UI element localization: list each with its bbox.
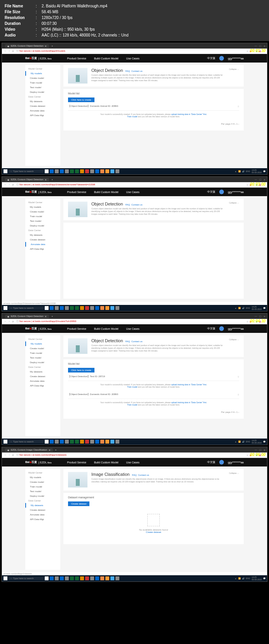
sidebar-item-dm[interactable]: Deploy model [25, 494, 60, 498]
pagination[interactable]: Per page 4 ▾ ‹ 1 › [68, 120, 239, 127]
model-list-item[interactable]: 【Object Detection】Domestic Animal ID: 20… [68, 390, 239, 399]
sidebar-item-tm[interactable]: Train model [25, 484, 60, 489]
star-icon[interactable]: ☆ [246, 454, 248, 456]
sidebar-item-api[interactable]: API Data Mgt [25, 113, 60, 118]
taskbar-app-4[interactable] [65, 169, 69, 173]
taskbar-app-3[interactable] [60, 576, 64, 580]
taskbar-app-7[interactable] [80, 576, 84, 580]
taskbar-app-0[interactable] [45, 440, 49, 444]
sidebar-item-md[interactable]: My datasets [25, 233, 60, 237]
maximize-icon[interactable]: ☐ [259, 315, 261, 318]
taskbar-app-3[interactable] [60, 306, 64, 310]
taskbar-app-10[interactable] [95, 306, 99, 310]
forward-icon[interactable]: → [8, 454, 10, 456]
forward-icon[interactable]: → [8, 50, 10, 52]
taskbar-app-11[interactable] [100, 440, 104, 444]
volume-icon[interactable]: 🔊 [242, 170, 245, 172]
close-icon[interactable]: ✕ [45, 315, 47, 318]
taskbar-app-1[interactable] [50, 306, 54, 310]
model-list-item[interactable]: 【Object Detection】Test ID: 28719≡ [68, 372, 239, 381]
sidebar-item-dm[interactable]: Deploy model [25, 360, 60, 365]
nav-language[interactable]: 中文版 [207, 56, 215, 60]
taskbar-app-11[interactable] [100, 576, 104, 580]
minimize-icon[interactable]: — [255, 178, 257, 181]
taskbar-app-1[interactable] [50, 440, 54, 444]
taskbar-app-8[interactable] [85, 169, 89, 173]
model-menu-icon[interactable]: ≡ [238, 376, 239, 378]
start-button[interactable] [3, 306, 7, 310]
sidebar-item-md[interactable]: My datasets [25, 369, 60, 374]
model-list-item[interactable]: 【Object Detection】Domestic Animal ID: 20… [68, 102, 239, 111]
create-model-button[interactable]: Click here to create [68, 97, 94, 102]
sidebar-item-mm[interactable]: My models [25, 205, 60, 209]
start-button[interactable] [3, 169, 7, 173]
taskbar-app-6[interactable] [75, 169, 79, 173]
taskbar-app-12[interactable] [105, 440, 109, 444]
taskbar-time[interactable]: 14:2505-05-2019 [252, 439, 262, 444]
sidebar-item-cm[interactable]: Create model [25, 480, 60, 484]
browser-tab[interactable]: ◆EZDL Custom Object Detection✕ [5, 315, 49, 318]
taskbar-app-6[interactable] [75, 306, 79, 310]
taskbar-lang[interactable]: ENG [246, 440, 250, 443]
back-icon[interactable]: ← [4, 183, 7, 186]
nav-use-cases[interactable]: Use Cases [126, 461, 140, 464]
nav-use-cases[interactable]: Use Cases [126, 327, 140, 330]
nav-username[interactable]: ggy********aa [228, 57, 244, 60]
taskbar-app-10[interactable] [95, 576, 99, 580]
taskbar-app-11[interactable] [100, 169, 104, 173]
close-icon[interactable]: ✕ [45, 178, 47, 181]
notifications-icon[interactable]: 💬 [263, 170, 266, 172]
upload-data-link[interactable]: upload training data in "Data Center" fi… [171, 383, 206, 386]
sidebar-item-api[interactable]: API Data Mgt [25, 247, 60, 251]
maximize-icon[interactable]: ☐ [259, 449, 261, 451]
sidebar-item-tem[interactable]: Test model [25, 219, 60, 223]
close-icon[interactable]: ✕ [264, 315, 266, 318]
maximize-icon[interactable]: ☐ [259, 45, 261, 47]
nav-language[interactable]: 中文版 [207, 190, 215, 194]
sidebar-item-dm[interactable]: Deploy model [25, 90, 60, 94]
contact-link[interactable]: Contact us [131, 204, 143, 206]
avatar-icon[interactable] [219, 56, 224, 61]
forward-icon[interactable]: → [8, 183, 10, 186]
pagination[interactable]: Per page 4 ▾ ‹ 1 › [68, 408, 239, 416]
taskbar-app-14[interactable] [115, 306, 119, 310]
nav-use-cases[interactable]: Use Cases [126, 191, 140, 193]
nav-build-custom-model[interactable]: Build Custom Model [94, 461, 119, 464]
sidebar-item-tem[interactable]: Test model [25, 355, 60, 360]
minimize-icon[interactable]: — [255, 315, 257, 318]
tray-icon[interactable]: ▲ [235, 170, 237, 172]
wifi-icon[interactable]: 📶 [238, 307, 241, 309]
avatar-icon[interactable] [219, 326, 224, 331]
sidebar-item-cd[interactable]: Create dataset [25, 104, 60, 108]
minimize-icon[interactable]: — [255, 449, 257, 451]
taskbar-app-12[interactable] [105, 576, 109, 580]
model-menu-icon[interactable]: ≡ [238, 393, 239, 396]
contact-link[interactable]: Contact us [138, 474, 149, 476]
wifi-icon[interactable]: 📶 [238, 170, 241, 172]
taskbar-app-5[interactable] [70, 440, 74, 444]
sidebar-item-cd[interactable]: Create dataset [25, 237, 60, 242]
taskbar-app-12[interactable] [105, 306, 109, 310]
sidebar-item-tm[interactable]: Train model [25, 351, 60, 355]
taskbar-app-2[interactable] [55, 576, 59, 580]
star-icon[interactable]: ☆ [246, 183, 248, 186]
sidebar-item-ad[interactable]: Annotate data [25, 242, 60, 247]
taskbar-app-13[interactable] [110, 169, 114, 173]
start-button[interactable] [3, 440, 7, 444]
train-model-link[interactable]: Train model [127, 115, 137, 118]
nav-product-service[interactable]: Product Service [67, 57, 86, 60]
sidebar-item-tm[interactable]: Train model [25, 80, 60, 85]
taskbar-app-7[interactable] [80, 306, 84, 310]
volume-icon[interactable]: 🔊 [242, 307, 245, 309]
contact-link[interactable]: Contact us [131, 340, 143, 343]
taskbar-app-6[interactable] [75, 576, 79, 580]
taskbar-app-2[interactable] [55, 169, 59, 173]
taskbar-search[interactable]: ○Type here to search [8, 170, 44, 173]
sidebar-item-tm[interactable]: Train model [25, 214, 60, 219]
close-icon[interactable]: ✕ [45, 45, 47, 47]
close-icon[interactable]: ✕ [264, 449, 266, 451]
create-model-button[interactable]: Click here to create [68, 368, 94, 372]
nav-build-custom-model[interactable]: Build Custom Model [94, 327, 119, 330]
minimize-icon[interactable]: — [255, 45, 257, 47]
upload-data-link[interactable]: upload training data in "Data Center" fi… [171, 113, 206, 115]
